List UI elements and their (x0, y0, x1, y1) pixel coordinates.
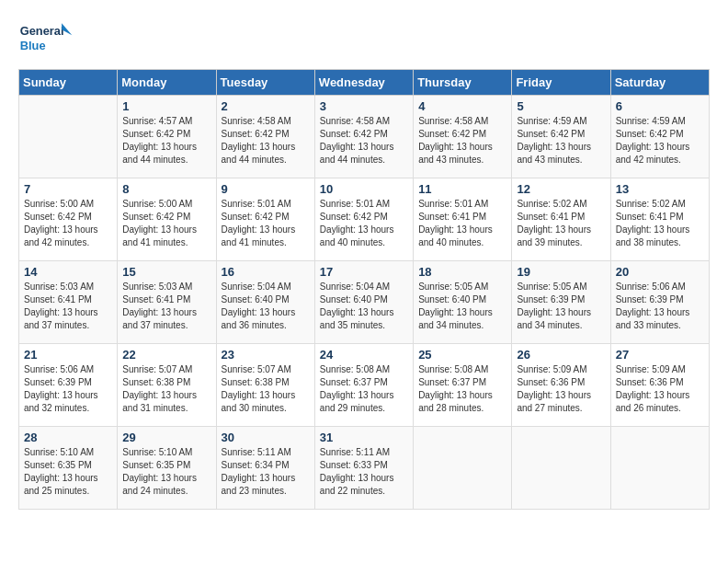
calendar-cell: 24Sunrise: 5:08 AM Sunset: 6:37 PM Dayli… (314, 344, 413, 427)
calendar-cell: 23Sunrise: 5:07 AM Sunset: 6:38 PM Dayli… (216, 344, 314, 427)
cell-info: Sunrise: 5:10 AM Sunset: 6:35 PM Dayligh… (24, 446, 112, 498)
cell-info: Sunrise: 4:58 AM Sunset: 6:42 PM Dayligh… (418, 115, 506, 167)
calendar-cell: 6Sunrise: 4:59 AM Sunset: 6:42 PM Daylig… (610, 96, 709, 178)
calendar-cell: 25Sunrise: 5:08 AM Sunset: 6:37 PM Dayli… (414, 344, 512, 427)
calendar-week-row: 28Sunrise: 5:10 AM Sunset: 6:35 PM Dayli… (19, 427, 710, 510)
cell-info: Sunrise: 5:00 AM Sunset: 6:42 PM Dayligh… (122, 198, 210, 249)
weekday-header-saturday: Saturday (610, 70, 709, 96)
day-number: 24 (320, 348, 408, 362)
cell-info: Sunrise: 4:59 AM Sunset: 6:42 PM Dayligh… (517, 115, 605, 167)
day-number: 23 (222, 348, 310, 362)
day-number: 31 (320, 431, 408, 444)
calendar-cell: 5Sunrise: 4:59 AM Sunset: 6:42 PM Daylig… (512, 96, 610, 178)
calendar-cell: 8Sunrise: 5:00 AM Sunset: 6:42 PM Daylig… (118, 178, 216, 261)
calendar-cell: 15Sunrise: 5:03 AM Sunset: 6:41 PM Dayli… (118, 261, 216, 344)
cell-info: Sunrise: 5:01 AM Sunset: 6:41 PM Dayligh… (418, 198, 506, 249)
calendar-cell: 3Sunrise: 4:58 AM Sunset: 6:42 PM Daylig… (314, 96, 413, 178)
cell-info: Sunrise: 5:02 AM Sunset: 6:41 PM Dayligh… (517, 198, 605, 249)
weekday-header-wednesday: Wednesday (314, 70, 413, 96)
calendar-cell: 22Sunrise: 5:07 AM Sunset: 6:38 PM Dayli… (118, 344, 216, 427)
svg-text:Blue: Blue (20, 39, 46, 52)
calendar-cell: 21Sunrise: 5:06 AM Sunset: 6:39 PM Dayli… (19, 344, 118, 427)
cell-info: Sunrise: 5:04 AM Sunset: 6:40 PM Dayligh… (320, 281, 408, 332)
day-number: 9 (222, 182, 310, 196)
day-number: 3 (320, 99, 408, 113)
calendar-cell: 11Sunrise: 5:01 AM Sunset: 6:41 PM Dayli… (414, 178, 512, 261)
cell-info: Sunrise: 5:05 AM Sunset: 6:39 PM Dayligh… (517, 281, 605, 332)
calendar-cell: 28Sunrise: 5:10 AM Sunset: 6:35 PM Dayli… (19, 427, 118, 510)
day-number: 30 (222, 431, 310, 444)
cell-info: Sunrise: 5:07 AM Sunset: 6:38 PM Dayligh… (122, 363, 210, 415)
calendar-cell: 19Sunrise: 5:05 AM Sunset: 6:39 PM Dayli… (512, 261, 610, 344)
calendar-cell: 13Sunrise: 5:02 AM Sunset: 6:41 PM Dayli… (610, 178, 709, 261)
calendar-week-row: 21Sunrise: 5:06 AM Sunset: 6:39 PM Dayli… (19, 344, 710, 427)
cell-info: Sunrise: 5:00 AM Sunset: 6:42 PM Dayligh… (24, 198, 112, 249)
calendar-cell: 18Sunrise: 5:05 AM Sunset: 6:40 PM Dayli… (414, 261, 512, 344)
day-number: 15 (122, 265, 210, 279)
cell-info: Sunrise: 4:58 AM Sunset: 6:42 PM Dayligh… (222, 115, 310, 167)
cell-info: Sunrise: 4:58 AM Sunset: 6:42 PM Dayligh… (320, 115, 408, 167)
logo: General Blue (18, 18, 74, 60)
calendar-cell: 20Sunrise: 5:06 AM Sunset: 6:39 PM Dayli… (610, 261, 709, 344)
cell-info: Sunrise: 5:10 AM Sunset: 6:35 PM Dayligh… (122, 446, 210, 498)
day-number: 17 (320, 265, 408, 279)
day-number: 5 (517, 99, 605, 113)
cell-info: Sunrise: 5:11 AM Sunset: 6:33 PM Dayligh… (320, 446, 408, 498)
cell-info: Sunrise: 5:02 AM Sunset: 6:41 PM Dayligh… (616, 198, 704, 249)
calendar-cell: 14Sunrise: 5:03 AM Sunset: 6:41 PM Dayli… (19, 261, 118, 344)
cell-info: Sunrise: 5:01 AM Sunset: 6:42 PM Dayligh… (320, 198, 408, 249)
day-number: 18 (418, 265, 506, 279)
calendar-cell: 4Sunrise: 4:58 AM Sunset: 6:42 PM Daylig… (414, 96, 512, 178)
cell-info: Sunrise: 5:01 AM Sunset: 6:42 PM Dayligh… (222, 198, 310, 249)
calendar-cell: 12Sunrise: 5:02 AM Sunset: 6:41 PM Dayli… (512, 178, 610, 261)
cell-info: Sunrise: 5:05 AM Sunset: 6:40 PM Dayligh… (418, 281, 506, 332)
day-number: 27 (616, 348, 704, 362)
weekday-header-monday: Monday (118, 70, 216, 96)
day-number: 1 (122, 99, 210, 113)
calendar-table: SundayMondayTuesdayWednesdayThursdayFrid… (18, 69, 710, 510)
calendar-cell (414, 427, 512, 510)
day-number: 4 (418, 99, 506, 113)
day-number: 25 (418, 348, 506, 362)
day-number: 19 (517, 265, 605, 279)
calendar-cell: 30Sunrise: 5:11 AM Sunset: 6:34 PM Dayli… (216, 427, 314, 510)
calendar-week-row: 1Sunrise: 4:57 AM Sunset: 6:42 PM Daylig… (19, 96, 710, 178)
calendar-cell: 10Sunrise: 5:01 AM Sunset: 6:42 PM Dayli… (314, 178, 413, 261)
day-number: 16 (222, 265, 310, 279)
weekday-header-sunday: Sunday (19, 70, 118, 96)
weekday-header-tuesday: Tuesday (216, 70, 314, 96)
weekday-header-thursday: Thursday (414, 70, 512, 96)
cell-info: Sunrise: 5:09 AM Sunset: 6:36 PM Dayligh… (517, 363, 605, 415)
day-number: 28 (24, 431, 112, 444)
day-number: 2 (222, 99, 310, 113)
day-number: 14 (24, 265, 112, 279)
day-number: 8 (122, 182, 210, 196)
day-number: 20 (616, 265, 704, 279)
day-number: 10 (320, 182, 408, 196)
day-number: 12 (517, 182, 605, 196)
weekday-header-row: SundayMondayTuesdayWednesdayThursdayFrid… (19, 70, 710, 96)
calendar-week-row: 14Sunrise: 5:03 AM Sunset: 6:41 PM Dayli… (19, 261, 710, 344)
calendar-cell: 9Sunrise: 5:01 AM Sunset: 6:42 PM Daylig… (216, 178, 314, 261)
calendar-cell: 7Sunrise: 5:00 AM Sunset: 6:42 PM Daylig… (19, 178, 118, 261)
calendar-cell: 17Sunrise: 5:04 AM Sunset: 6:40 PM Dayli… (314, 261, 413, 344)
calendar-cell (19, 96, 118, 178)
day-number: 26 (517, 348, 605, 362)
logo-icon: General Blue (18, 18, 74, 60)
cell-info: Sunrise: 5:03 AM Sunset: 6:41 PM Dayligh… (122, 281, 210, 332)
day-number: 11 (418, 182, 506, 196)
svg-text:General: General (20, 24, 64, 38)
cell-info: Sunrise: 5:08 AM Sunset: 6:37 PM Dayligh… (418, 363, 506, 415)
calendar-cell (512, 427, 610, 510)
cell-info: Sunrise: 5:03 AM Sunset: 6:41 PM Dayligh… (24, 281, 112, 332)
page-header: General Blue (18, 18, 710, 60)
cell-info: Sunrise: 5:04 AM Sunset: 6:40 PM Dayligh… (222, 281, 310, 332)
calendar-cell: 1Sunrise: 4:57 AM Sunset: 6:42 PM Daylig… (118, 96, 216, 178)
cell-info: Sunrise: 5:07 AM Sunset: 6:38 PM Dayligh… (222, 363, 310, 415)
cell-info: Sunrise: 5:09 AM Sunset: 6:36 PM Dayligh… (616, 363, 704, 415)
day-number: 13 (616, 182, 704, 196)
cell-info: Sunrise: 5:08 AM Sunset: 6:37 PM Dayligh… (320, 363, 408, 415)
calendar-cell: 16Sunrise: 5:04 AM Sunset: 6:40 PM Dayli… (216, 261, 314, 344)
weekday-header-friday: Friday (512, 70, 610, 96)
calendar-week-row: 7Sunrise: 5:00 AM Sunset: 6:42 PM Daylig… (19, 178, 710, 261)
